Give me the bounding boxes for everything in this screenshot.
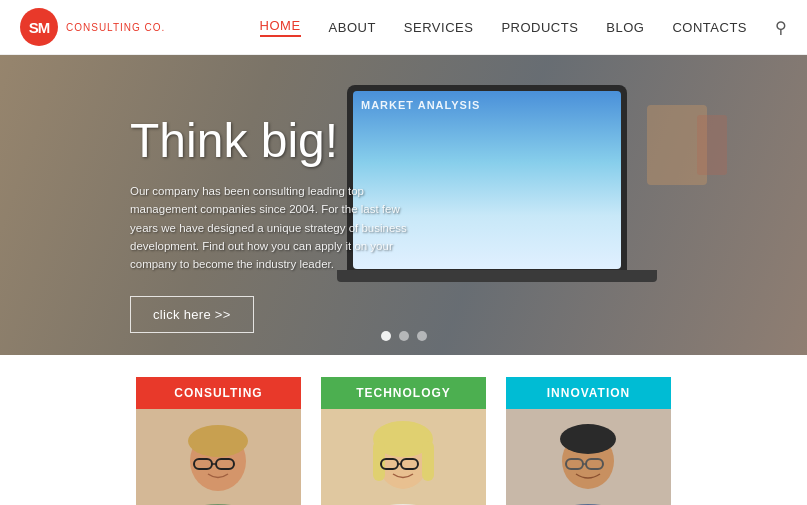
service-label-consulting: CONSULTING [174, 386, 262, 400]
nav-blog[interactable]: BLOG [606, 20, 644, 35]
nav-services[interactable]: SERVICES [404, 20, 474, 35]
service-portrait-technology [321, 409, 486, 505]
services-section: CONSULTING TECHNOLOGY [0, 355, 807, 505]
logo-subtitle: CONSULTING CO. [66, 22, 165, 33]
logo-icon: SM [20, 8, 58, 46]
nav-about[interactable]: ABOUT [329, 20, 376, 35]
logo-text: CONSULTING CO. [66, 22, 165, 33]
search-icon[interactable]: ⚲ [775, 18, 787, 37]
header: SM CONSULTING CO. HOME ABOUT SERVICES PR… [0, 0, 807, 55]
nav-products[interactable]: PRODUCTS [501, 20, 578, 35]
service-card-technology: TECHNOLOGY [321, 377, 486, 505]
logo-initials: SM [29, 19, 50, 36]
nav-home[interactable]: HOME [260, 18, 301, 37]
main-nav: HOME ABOUT SERVICES PRODUCTS BLOG CONTAC… [260, 18, 787, 37]
person-svg-2 [321, 409, 486, 505]
slider-dot-2[interactable] [399, 331, 409, 341]
hero-description: Our company has been consulting leading … [130, 182, 410, 274]
svg-rect-12 [422, 441, 434, 481]
slider-dot-3[interactable] [417, 331, 427, 341]
svg-point-19 [560, 424, 616, 454]
slider-dot-1[interactable] [381, 331, 391, 341]
hero-cta-button[interactable]: click here >> [130, 296, 254, 333]
service-portrait-innovation [506, 409, 671, 505]
logo[interactable]: SM CONSULTING CO. [20, 8, 165, 46]
svg-point-3 [188, 425, 248, 457]
nav-contacts[interactable]: CONTACTS [672, 20, 747, 35]
person-svg-1 [136, 409, 301, 505]
svg-rect-11 [373, 441, 385, 481]
service-header-innovation: INNOVATION [506, 377, 671, 409]
slider-dots [381, 331, 427, 341]
desk-item-2 [697, 115, 727, 175]
service-label-technology: TECHNOLOGY [356, 386, 451, 400]
service-header-consulting: CONSULTING [136, 377, 301, 409]
laptop-label: MARKET ANALYSIS [361, 99, 480, 111]
person-svg-3 [506, 409, 671, 505]
hero-content: Think big! Our company has been consulti… [130, 115, 410, 333]
service-header-technology: TECHNOLOGY [321, 377, 486, 409]
service-card-innovation: INNOVATION [506, 377, 671, 505]
service-label-innovation: INNOVATION [547, 386, 631, 400]
service-card-consulting: CONSULTING [136, 377, 301, 505]
hero-section: MARKET ANALYSIS Think big! Our company h… [0, 55, 807, 355]
hero-title: Think big! [130, 115, 410, 168]
service-portrait-consulting [136, 409, 301, 505]
